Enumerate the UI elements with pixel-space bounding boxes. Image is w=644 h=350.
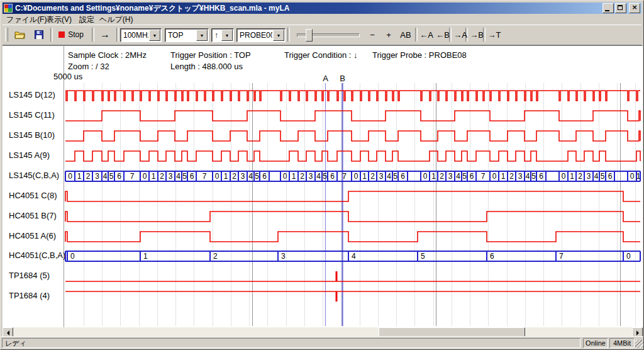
trigger-probe-combo[interactable]: PROBE00▼	[236, 28, 286, 42]
toolbar-separator	[116, 28, 119, 42]
label-plot-divider	[64, 45, 64, 327]
status-memory-text: 4MBit	[613, 339, 631, 347]
trigger-position-combo[interactable]: TOP▼	[165, 28, 209, 42]
channel-label: LS145(C,B,A)	[9, 171, 59, 180]
ab-button[interactable]: AB	[397, 28, 414, 42]
minimize-button[interactable]	[602, 3, 614, 13]
channel-label: LS145 C(11)	[9, 110, 55, 120]
title-bar: C:¥Documents and Settings¥noname¥デスクトップ¥…	[3, 3, 641, 14]
zoom-info: Zoom : / 32	[68, 62, 109, 71]
toolbar-separator	[415, 28, 418, 42]
dropdown-arrow-icon[interactable]: ▼	[196, 30, 208, 41]
toolbar-gripper	[5, 28, 8, 42]
app-window: C:¥Documents and Settings¥noname¥デスクトップ¥…	[0, 0, 644, 350]
left-arrow-icon	[4, 330, 9, 336]
dropdown-arrow-icon[interactable]: ▼	[273, 30, 284, 41]
status-memory-panel: 4MBit	[609, 338, 635, 348]
open-button[interactable]	[12, 28, 28, 42]
open-folder-icon	[14, 30, 26, 39]
stop-button[interactable]: Stop	[54, 28, 88, 42]
channel-label: LS145 A(9)	[9, 150, 50, 160]
combo-value: TOP	[165, 31, 196, 40]
right-arrow-icon	[636, 330, 641, 336]
status-ready-panel: レディ	[2, 338, 580, 348]
close-button[interactable]: ×	[629, 3, 640, 13]
toolbar-separator	[287, 28, 290, 42]
channel-label: HC4051 B(7)	[9, 211, 57, 220]
dropdown-arrow-icon[interactable]: ▼	[221, 30, 233, 41]
menu-item[interactable]: 表示(V)	[47, 14, 72, 25]
window-title: C:¥Documents and Settings¥noname¥デスクトップ¥…	[15, 3, 289, 14]
channel-label: TP1684 (4)	[9, 291, 50, 300]
trigger-edge-combo[interactable]: ↑▼	[211, 28, 234, 42]
menu-item[interactable]: 設定	[79, 14, 94, 25]
trigger-probe-info: Trigger Probe : PROBE08	[372, 50, 467, 60]
goto-a-right-button[interactable]: →A	[453, 28, 468, 42]
channel-label: LS145 D(12)	[9, 90, 55, 99]
run-button[interactable]: →	[96, 28, 114, 42]
trigger-position-info: Trigger Position : TOP	[170, 50, 251, 60]
resize-grip[interactable]	[635, 340, 643, 348]
time-division-label: 5000 us	[53, 72, 82, 81]
combo-value: PROBE00	[237, 31, 272, 40]
combo-value: 100MHz	[121, 31, 148, 40]
channel-label: TP1684 (5)	[9, 271, 50, 280]
goto-trigger-button[interactable]: →T	[487, 28, 502, 42]
toolbar: Stop → 100MHz▼TOP▼↑▼PROBE00▼ −+AB←A←B→A→…	[3, 25, 641, 45]
zoom-slider[interactable]	[297, 33, 360, 37]
run-arrow-icon: →	[100, 29, 110, 40]
status-ready-text: レディ	[5, 339, 26, 348]
goto-a-left-button[interactable]: ←A	[419, 28, 434, 42]
sample-clock-info: Sample Clock : 2MHz	[68, 50, 147, 60]
dropdown-arrow-icon[interactable]: ▼	[149, 30, 160, 41]
status-bar: レディ Online 4MBit	[1, 336, 644, 349]
zoom-out-button[interactable]: −	[366, 28, 379, 42]
menu-item[interactable]: ヘルプ(H)	[99, 14, 133, 25]
maximize-icon	[618, 5, 623, 10]
channel-label: HC4051 A(6)	[9, 231, 56, 240]
stop-icon	[58, 31, 65, 38]
zoom-slider-handle[interactable]	[306, 29, 313, 42]
status-online-text: Online	[586, 339, 606, 347]
app-icon	[4, 4, 13, 13]
save-button[interactable]	[31, 28, 47, 42]
menu-bar: ファイル(F)表示(V)設定ヘルプ(H)	[3, 14, 641, 25]
status-online-panel: Online	[583, 338, 608, 348]
menu-item[interactable]: ファイル(F)	[6, 14, 47, 25]
toolbar-separator	[50, 28, 53, 42]
length-info: Length : 488.000 us	[170, 62, 243, 71]
trigger-condition-info: Trigger Condition : ↓	[284, 50, 358, 60]
stop-label: Stop	[68, 30, 84, 39]
save-floppy-icon	[35, 30, 43, 39]
goto-b-right-button[interactable]: →B	[469, 28, 484, 42]
channel-label: LS145 B(10)	[9, 130, 55, 140]
maximize-button[interactable]	[615, 3, 626, 13]
sample-clock-combo[interactable]: 100MHz▼	[120, 28, 162, 42]
toolbar-separator	[92, 28, 94, 42]
zoom-in-button[interactable]: +	[382, 28, 395, 42]
goto-b-left-button[interactable]: ←B	[435, 28, 450, 42]
channel-label: HC4051(C,B,A)	[9, 251, 65, 260]
waveform-client-area	[3, 45, 643, 338]
close-icon: ×	[630, 3, 640, 11]
channel-label: HC4051 C(8)	[9, 191, 57, 200]
combo-value: ↑	[212, 31, 221, 40]
minimize-icon	[605, 10, 609, 11]
